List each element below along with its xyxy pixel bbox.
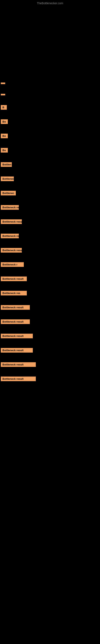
list-item: Bottleneck result [1,276,100,282]
list-item: Bottleneck r [1,262,100,267]
bottleneck-result-label: Bottleneck r [1,176,14,181]
bottleneck-result-label: Bottleneck result [1,376,36,381]
bottleneck-result-label: Bo [1,134,8,138]
list-item: Bottleneck result [1,362,100,367]
bottleneck-result-label [1,82,5,84]
bottleneck-result-label: Bo [1,148,8,152]
bottleneck-list: BBoBoBoBottlenBottleneck rBottlenecBottl… [0,6,100,382]
bottleneck-result-label: Bottleneck result [1,334,33,338]
bottleneck-result-label: Bottleneck result [1,276,27,281]
list-item: Bottleneck result [1,333,100,339]
list-item: Bottleneck result [1,319,100,324]
list-item: Bo [1,133,100,139]
list-item [1,82,100,84]
bottleneck-result-label: Bottleneck result [1,219,22,224]
bottleneck-result-label: Bottleneck res [1,291,27,296]
list-item: Bottleneck result [1,376,100,382]
bottleneck-result-label: Bottlen [1,162,12,167]
list-item: Bottlen [1,162,100,167]
bottleneck-result-label: Bottleneck resul [1,248,22,252]
list-item: Bottleneck result [1,305,100,310]
list-item: Bottleneck r [1,176,100,182]
list-item: Bottleneck resul [1,248,100,253]
bottleneck-result-label: Bottleneck res [1,234,19,238]
bottleneck-result-label [1,94,5,96]
bottleneck-result-label: Bottleneck result [1,320,30,324]
list-item: Bottleneck result [1,348,100,353]
bottleneck-result-label: Bottleneck result [1,362,36,367]
bottleneck-result-label: Bottleneck res [1,205,19,210]
list-item [1,94,100,96]
bottleneck-result-label: Bottlenec [1,191,16,196]
list-item: Bottleneck result [1,219,100,224]
list-item: Bottlenec [1,190,100,196]
bottleneck-result-label: Bottleneck r [1,262,24,267]
list-item: B [1,105,100,110]
bottleneck-result-label: B [1,105,7,110]
bottleneck-result-label: Bottleneck result [1,348,33,352]
bottleneck-result-label: Bottleneck result [1,305,30,310]
site-title: TheBottlenecker.com [0,0,100,6]
list-item: Bottleneck res [1,290,100,296]
bottleneck-result-label: Bo [1,119,8,124]
list-item: Bottleneck res [1,205,100,210]
list-item: Bottleneck res [1,233,100,239]
list-item: Bo [1,148,100,153]
list-item: Bo [1,119,100,124]
